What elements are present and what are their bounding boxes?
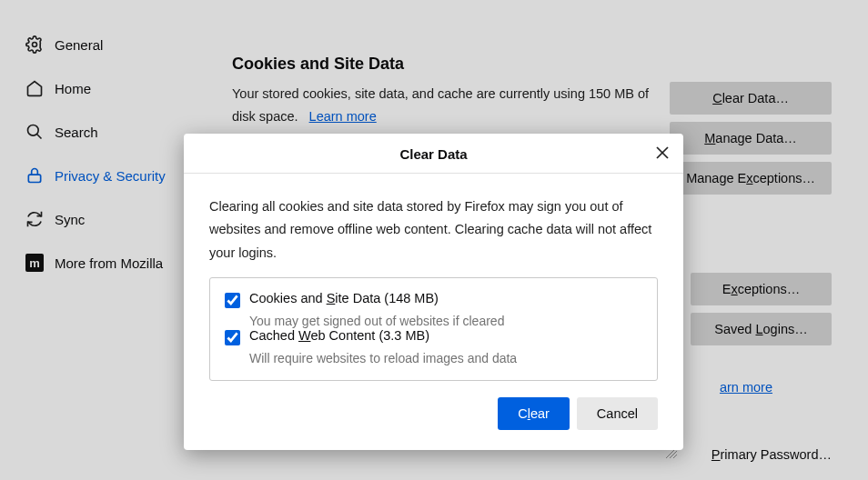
section-description: Your stored cookies, site data, and cach… bbox=[232, 83, 669, 127]
option-label: Cookies and Site Data (148 MB) bbox=[249, 291, 439, 305]
dialog-footer: Clear Cancel bbox=[184, 392, 683, 450]
sidebar-item-label: General bbox=[55, 37, 103, 53]
sidebar-item-label: Privacy & Security bbox=[55, 168, 166, 184]
option-description: Will require websites to reload images a… bbox=[225, 351, 642, 365]
option-cookies-sitedata[interactable]: Cookies and Site Data (148 MB) bbox=[225, 291, 642, 308]
dialog-body-text: Clearing all cookies and site data store… bbox=[184, 174, 683, 277]
sidebar-item-general[interactable]: General bbox=[0, 23, 196, 66]
option-label: Cached Web Content (3.3 MB) bbox=[249, 328, 429, 343]
clear-data-button[interactable]: Clear Data… bbox=[670, 82, 832, 115]
learn-more-link-partial[interactable]: arn more bbox=[720, 380, 772, 395]
search-icon bbox=[25, 123, 44, 141]
clear-options-group: Cookies and Site Data (148 MB) You may g… bbox=[209, 277, 658, 381]
svg-line-2 bbox=[37, 135, 42, 139]
svg-line-8 bbox=[673, 455, 677, 458]
svg-text:m: m bbox=[29, 256, 40, 270]
sidebar-item-search[interactable]: Search bbox=[0, 110, 196, 154]
dialog-header: Clear Data bbox=[184, 134, 683, 174]
section-title: Cookies and Site Data bbox=[232, 55, 832, 74]
primary-password-label: Primary Password… bbox=[712, 447, 832, 462]
gear-icon bbox=[25, 35, 44, 54]
svg-point-1 bbox=[28, 125, 39, 136]
exceptions-button[interactable]: Exceptions… bbox=[691, 273, 832, 305]
cookies-checkbox[interactable] bbox=[225, 293, 240, 308]
cancel-button[interactable]: Cancel bbox=[577, 397, 658, 430]
clear-data-dialog: Clear Data Clearing all cookies and site… bbox=[184, 134, 683, 450]
sidebar-item-label: Search bbox=[55, 125, 98, 140]
sidebar-item-home[interactable]: Home bbox=[0, 66, 196, 110]
svg-line-7 bbox=[670, 451, 677, 458]
sync-icon bbox=[25, 210, 44, 228]
option-cached-web-content[interactable]: Cached Web Content (3.3 MB) bbox=[225, 328, 642, 345]
home-icon bbox=[25, 79, 44, 97]
sidebar-item-privacy-security[interactable]: Privacy & Security bbox=[0, 154, 196, 197]
cache-checkbox[interactable] bbox=[225, 330, 240, 345]
svg-point-0 bbox=[33, 43, 37, 47]
sidebar-item-label: Sync bbox=[55, 212, 85, 227]
learn-more-link[interactable]: Learn more bbox=[302, 109, 377, 124]
settings-sidebar: General Home Search Privacy & Security S… bbox=[0, 0, 196, 480]
close-icon[interactable] bbox=[654, 145, 671, 161]
sidebar-item-label: More from Mozilla bbox=[55, 255, 163, 271]
logins-action-buttons: Exceptions… Saved Logins… bbox=[691, 273, 832, 345]
dialog-title: Clear Data bbox=[399, 146, 467, 162]
svg-rect-3 bbox=[28, 175, 40, 182]
sidebar-item-more-mozilla[interactable]: m More from Mozilla bbox=[0, 241, 196, 285]
cookies-action-buttons: Clear Data… Manage Data… Manage Exceptio… bbox=[670, 82, 832, 195]
option-description: You may get signed out of websites if cl… bbox=[225, 314, 642, 328]
saved-logins-button[interactable]: Saved Logins… bbox=[691, 313, 832, 345]
sidebar-item-sync[interactable]: Sync bbox=[0, 197, 196, 241]
manage-data-button[interactable]: Manage Data… bbox=[670, 122, 832, 155]
mozilla-icon: m bbox=[25, 254, 44, 272]
sidebar-item-label: Home bbox=[55, 81, 91, 96]
clear-button[interactable]: Clear bbox=[498, 397, 570, 430]
lock-icon bbox=[25, 166, 44, 185]
manage-exceptions-button[interactable]: Manage Exceptions… bbox=[670, 162, 832, 195]
